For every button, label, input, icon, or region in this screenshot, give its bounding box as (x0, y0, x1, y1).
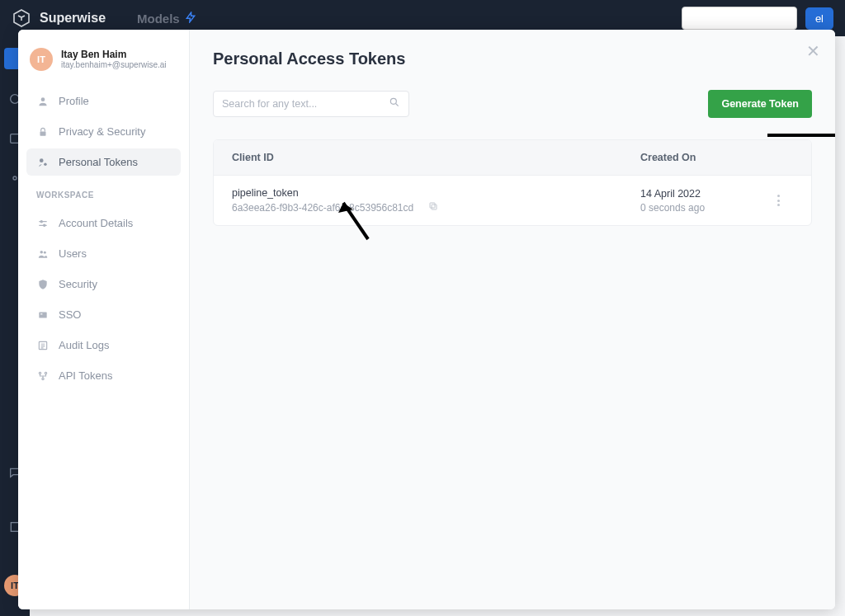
user-block: IT Itay Ben Haim itay.benhaim+@superwise… (26, 46, 181, 84)
svg-point-17 (45, 372, 46, 374)
token-id: 6a3eea26-f9b3-426c-af6e-8c53956c81cd (232, 202, 413, 214)
sidebar-item-label: Audit Logs (59, 339, 109, 351)
row-menu-button[interactable] (763, 195, 793, 206)
token-name: pipeline_token (232, 187, 640, 199)
search-input[interactable] (222, 98, 382, 110)
settings-modal: IT Itay Ben Haim itay.benhaim+@superwise… (18, 30, 835, 609)
table-header: Client ID Created On (214, 140, 811, 175)
lock-icon (36, 125, 49, 138)
sidebar-item-profile[interactable]: Profile (26, 87, 181, 115)
users-icon (36, 247, 49, 260)
svg-point-7 (39, 158, 43, 162)
token-created-ago: 0 seconds ago (640, 202, 763, 214)
brand-name: Superwise (40, 11, 106, 26)
user-name: Itay Ben Haim (61, 49, 167, 60)
sidebar-item-personal-tokens[interactable]: Personal Tokens (26, 148, 181, 176)
svg-point-5 (40, 97, 45, 101)
svg-point-9 (40, 220, 42, 222)
sliders-icon (36, 217, 49, 229)
sidebar-item-label: Privacy & Security (59, 125, 145, 138)
svg-point-12 (43, 251, 45, 253)
main-panel: ✕ Personal Access Tokens Generate Token … (190, 30, 835, 609)
profile-icon (36, 95, 49, 107)
user-email: itay.benhaim+@superwise.ai (61, 60, 167, 70)
sidebar-item-label: Personal Tokens (59, 156, 138, 168)
sidebar-item-audit-logs[interactable]: Audit Logs (26, 332, 181, 359)
svg-rect-20 (432, 205, 437, 209)
column-header-created: Created On (640, 152, 763, 163)
sidebar-item-api-tokens[interactable]: API Tokens (26, 362, 181, 389)
svg-rect-6 (40, 131, 45, 135)
api-icon (36, 369, 49, 382)
workspace-section-label: WORKSPACE (26, 179, 181, 206)
svg-point-11 (40, 250, 43, 253)
avatar: IT (30, 48, 53, 71)
sidebar-item-account-details[interactable]: Account Details (26, 209, 181, 237)
settings-sidebar: IT Itay Ben Haim itay.benhaim+@superwise… (18, 30, 190, 609)
search-box[interactable] (213, 91, 409, 117)
sidebar-item-sso[interactable]: SSO (26, 301, 181, 328)
svg-point-18 (41, 378, 43, 379)
sidebar-item-label: SSO (59, 308, 81, 321)
svg-point-19 (390, 98, 396, 104)
sidebar-item-label: Account Details (59, 217, 133, 229)
search-icon (389, 96, 400, 111)
svg-point-10 (43, 224, 45, 226)
close-button[interactable]: ✕ (806, 41, 820, 61)
token-icon (36, 156, 49, 168)
svg-point-16 (39, 372, 40, 374)
header-search[interactable] (682, 7, 797, 30)
column-header-client: Client ID (232, 152, 640, 163)
models-label: Models (137, 12, 180, 26)
sidebar-item-label: Users (59, 247, 87, 260)
sidebar-item-label: Profile (59, 95, 89, 107)
svg-point-3 (13, 176, 17, 180)
table-row: pipeline_token 6a3eea26-f9b3-426c-af6e-8… (214, 175, 811, 225)
generate-token-button[interactable]: Generate Token (708, 90, 812, 118)
close-icon: ✕ (806, 42, 820, 60)
svg-rect-14 (40, 313, 42, 314)
header-primary-button[interactable]: el (805, 7, 833, 30)
shield-icon (36, 278, 49, 290)
page-title: Personal Access Tokens (213, 49, 812, 68)
token-created-date: 14 April 2022 (640, 188, 763, 200)
sidebar-item-label: API Tokens (59, 369, 113, 382)
bolt-icon (185, 12, 196, 26)
svg-rect-21 (430, 203, 435, 208)
svg-rect-13 (39, 312, 46, 317)
tokens-table: Client ID Created On pipeline_token 6a3e… (213, 139, 812, 226)
list-icon (36, 339, 49, 351)
sidebar-item-label: Security (59, 278, 97, 290)
sidebar-item-users[interactable]: Users (26, 240, 181, 267)
sidebar-item-security[interactable]: Security (26, 270, 181, 298)
copy-icon[interactable] (428, 201, 438, 214)
models-tab[interactable]: Models (137, 12, 196, 26)
sso-icon (36, 308, 49, 321)
sidebar-item-privacy[interactable]: Privacy & Security (26, 118, 181, 145)
svg-point-8 (44, 162, 47, 166)
brand-logo-icon (12, 8, 31, 28)
